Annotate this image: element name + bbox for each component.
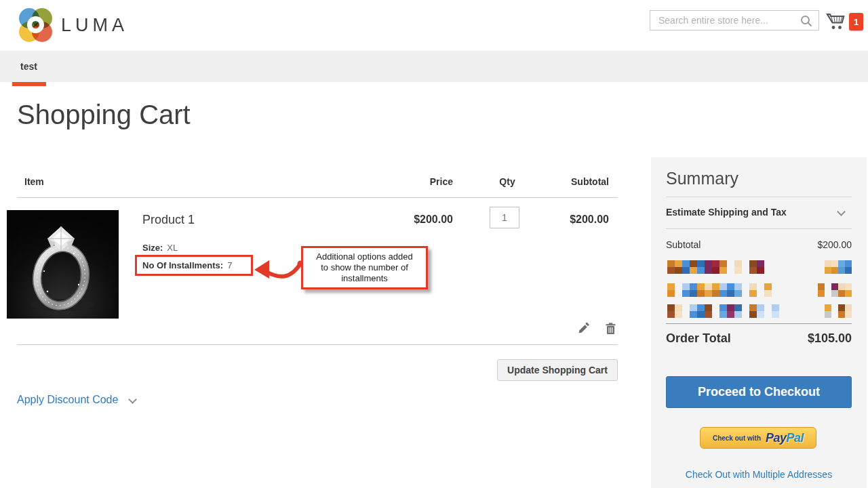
annotation-highlight-box: [135, 255, 253, 276]
paypal-logo: PayPal: [766, 431, 804, 445]
nav-item-test[interactable]: test: [20, 61, 37, 72]
annotation-callout: Additional options added to show the num…: [301, 246, 428, 289]
order-total-label: Order Total: [666, 331, 731, 346]
cart-count-badge[interactable]: 1: [849, 13, 863, 30]
estimate-shipping-toggle[interactable]: Estimate Shipping and Tax: [666, 207, 787, 218]
edit-item-icon[interactable]: [578, 323, 589, 335]
delete-item-icon[interactable]: [606, 323, 616, 335]
product-image[interactable]: [7, 210, 119, 319]
summary-divider: [666, 197, 852, 197]
redacted-summary-row: [666, 260, 852, 274]
item-actions: [578, 323, 620, 335]
page-title: Shopping Cart: [17, 100, 191, 130]
product-option-size: Size:XL: [142, 243, 178, 253]
product-name[interactable]: Product 1: [142, 213, 195, 227]
summary-divider: [666, 323, 852, 324]
column-header-subtotal: Subtotal: [541, 176, 609, 187]
estimate-chevron-down-icon[interactable]: [837, 207, 846, 216]
product-subtotal: $200.00: [541, 214, 609, 226]
size-value: XL: [167, 243, 178, 253]
proceed-to-checkout-button[interactable]: Proceed to Checkout: [666, 376, 852, 408]
summary-title: Summary: [666, 169, 738, 188]
paypal-prefix-text: Check out with: [713, 434, 761, 442]
discount-chevron-down-icon[interactable]: [128, 395, 137, 404]
product-price: $200.00: [385, 214, 453, 226]
order-total-row: Order Total $105.00: [666, 331, 852, 346]
header: LUMA 1: [0, 0, 868, 51]
subtotal-label: Subtotal: [666, 239, 701, 250]
qty-input[interactable]: [490, 207, 519, 228]
logo-ring: [27, 16, 44, 33]
redacted-summary-row: [666, 283, 852, 297]
annotation-line-3: installments: [341, 273, 388, 284]
table-header-divider: [17, 197, 618, 198]
paypal-checkout-button[interactable]: Check out with PayPal: [700, 427, 816, 449]
update-cart-button[interactable]: Update Shopping Cart: [497, 359, 618, 381]
annotation-line-2: to show the number of: [321, 262, 408, 273]
redacted-summary-row: [666, 304, 852, 318]
search-input[interactable]: [650, 11, 798, 30]
subtotal-value: $200.00: [817, 239, 852, 250]
shopping-cart-page: LUMA 1 test: [0, 0, 868, 488]
main-nav: test: [0, 51, 868, 82]
subtotal-row: Subtotal $200.00: [666, 239, 852, 250]
size-label: Size:: [142, 243, 163, 253]
multiple-addresses-link[interactable]: Check Out with Multiple Addresses: [651, 469, 867, 480]
summary-divider: [666, 228, 852, 229]
search-box: [650, 10, 819, 30]
column-header-item: Item: [24, 176, 44, 187]
apply-discount-link[interactable]: Apply Discount Code: [17, 394, 118, 406]
luma-logo-icon[interactable]: [18, 7, 53, 43]
summary-panel: Summary Estimate Shipping and Tax Subtot…: [651, 157, 867, 488]
order-total-value: $105.00: [808, 331, 852, 346]
table-row-divider: [17, 344, 618, 345]
logo-text[interactable]: LUMA: [61, 15, 128, 36]
search-icon[interactable]: [800, 14, 813, 30]
nav-active-underline: [12, 82, 46, 86]
annotation-arrow-icon: [252, 256, 304, 288]
cart-icon: [826, 22, 846, 33]
annotation-line-1: Additional options added: [316, 251, 412, 262]
column-header-price: Price: [385, 176, 453, 187]
column-header-qty: Qty: [481, 176, 533, 187]
minicart[interactable]: 1: [826, 12, 865, 34]
